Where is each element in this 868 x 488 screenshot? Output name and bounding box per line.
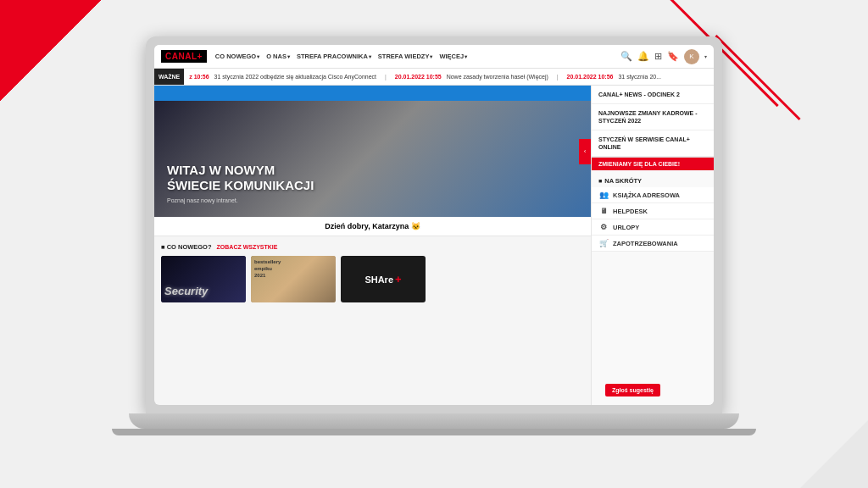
chevron-down-icon: ▾ bbox=[430, 53, 432, 59]
chevron-down-icon: ▾ bbox=[257, 53, 259, 59]
nav-links: CO NOWEGO ▾ O NAS ▾ STREFA PRACOWNIKA ▾ bbox=[215, 53, 612, 60]
share-plus-icon: + bbox=[395, 273, 402, 286]
chevron-down-icon: ▾ bbox=[465, 53, 467, 59]
laptop-container: CANAL+ CO NOWEGO ▾ O NAS ▾ STREFA PRACOW… bbox=[137, 36, 731, 452]
hero-subtitle: Poznaj nasz nowy intranet. bbox=[167, 197, 238, 203]
ticker-label: WAŻNE bbox=[154, 69, 184, 85]
shortcut-ksiazka-adresowa[interactable]: 👥 KSIĄŻKA ADRESOWA bbox=[592, 187, 714, 203]
hero-panel-toggle[interactable]: ‹ bbox=[579, 139, 591, 164]
bookmark-icon[interactable]: 🔖 bbox=[667, 51, 679, 62]
news-section: CO NOWEGO? ZOBACZ WSZYSTKIE Security bbox=[154, 236, 591, 405]
hero-blue-bar bbox=[154, 86, 591, 101]
shortcuts-section: NA SKRÓTY 👥 KSIĄŻKA ADRESOWA 🖥 HELPDESK bbox=[592, 170, 714, 255]
share-text: SHAre bbox=[364, 274, 393, 285]
shortcut-urlopy[interactable]: ⚙ URLOPY bbox=[592, 219, 714, 236]
ticker-separator-1: | bbox=[385, 74, 387, 80]
ticker-text-2: Nowe zasady tworzenia haseł (Więcej) bbox=[447, 74, 548, 80]
gear-icon: ⚙ bbox=[598, 223, 609, 231]
sidebar-news-item-3[interactable]: STYCZEŃ W SERWISIE CANAL+ ONLINE bbox=[592, 130, 714, 157]
security-card-text: Security bbox=[164, 285, 208, 297]
hero-title: WITAJ W NOWYM ŚWIECIE KOMUNIKACJI bbox=[167, 163, 314, 193]
sidebar: CANAL+ NEWS - ODCINEK 2 NAJNOWSZE ZMIANY… bbox=[591, 86, 714, 405]
search-icon[interactable]: 🔍 bbox=[620, 51, 632, 62]
avatar-chevron-icon: ▾ bbox=[704, 53, 707, 59]
news-card-security[interactable]: Security bbox=[161, 256, 246, 302]
news-card-bestsellery[interactable]: bestselleryempiku2021 bbox=[251, 256, 336, 302]
top-navigation: CANAL+ CO NOWEGO ▾ O NAS ▾ STREFA PRACOW… bbox=[154, 45, 714, 69]
chevron-down-icon: ▾ bbox=[369, 53, 371, 59]
hero-banner: WITAJ W NOWYM ŚWIECIE KOMUNIKACJI Poznaj… bbox=[154, 86, 591, 217]
nav-wiecej[interactable]: WIĘCEJ ▾ bbox=[439, 53, 467, 60]
sidebar-news-item-2[interactable]: NAJNOWSZE ZMIANY KADROWE - STYCZEŃ 2022 bbox=[592, 104, 714, 130]
nav-co-nowego[interactable]: CO NOWEGO ▾ bbox=[215, 53, 259, 60]
ticker-content: z 10:56 31 stycznia 2022 odbędzie się ak… bbox=[189, 74, 661, 80]
intranet-page: CANAL+ CO NOWEGO ▾ O NAS ▾ STREFA PRACOW… bbox=[154, 45, 714, 405]
center-content: WITAJ W NOWYM ŚWIECIE KOMUNIKACJI Poznaj… bbox=[154, 86, 591, 405]
suggest-button-container: Zgłoś sugestię bbox=[592, 375, 714, 405]
cart-icon: 🛒 bbox=[598, 239, 609, 247]
laptop-screen-frame: CANAL+ CO NOWEGO ▾ O NAS ▾ STREFA PRACOW… bbox=[146, 36, 722, 413]
laptop-screen: CANAL+ CO NOWEGO ▾ O NAS ▾ STREFA PRACOW… bbox=[154, 45, 714, 405]
ticker-separator-2: | bbox=[557, 74, 559, 80]
bg-decoration-bottom-right bbox=[800, 420, 868, 488]
shortcut-helpdesk[interactable]: 🖥 HELPDESK bbox=[592, 203, 714, 219]
news-card-share[interactable]: SHAre + bbox=[341, 256, 426, 302]
logo: CANAL+ bbox=[161, 50, 207, 63]
ticker-bar: WAŻNE z 10:56 31 stycznia 2022 odbędzie … bbox=[154, 69, 714, 86]
avatar[interactable]: K bbox=[684, 49, 699, 64]
zmieniamy-panel[interactable]: ZMIENIAMY SIĘ DLA CIEBIE! bbox=[592, 158, 714, 170]
news-section-title: CO NOWEGO? bbox=[161, 243, 212, 251]
grid-icon[interactable]: ⊞ bbox=[654, 51, 662, 62]
logo-text: CANAL bbox=[165, 52, 198, 61]
shortcut-zapotrzebowania[interactable]: 🛒 ZAPOTRZEBOWANIA bbox=[592, 236, 714, 252]
laptop-base bbox=[129, 413, 739, 429]
nav-strefa-wiedzy[interactable]: STREFA WIEDZY ▾ bbox=[378, 53, 433, 60]
nav-strefa-pracownika[interactable]: STREFA PRACOWNIKA ▾ bbox=[297, 53, 371, 60]
ticker-time-1: z 10:56 bbox=[189, 74, 209, 80]
people-icon: 👥 bbox=[598, 191, 609, 199]
share-logo-container: SHAre + bbox=[364, 273, 401, 286]
ticker-text-1: 31 stycznia 2022 odbędzie się aktualizac… bbox=[214, 74, 376, 80]
greeting-bar: Dzień dobry, Katarzyna 🐱 bbox=[154, 217, 591, 236]
sidebar-news-item-1[interactable]: CANAL+ NEWS - ODCINEK 2 bbox=[592, 86, 714, 104]
card-bestsellery-text: bestselleryempiku2021 bbox=[254, 259, 332, 279]
news-cards-row: Security bestselleryempiku2021 bbox=[161, 256, 584, 302]
main-area: WITAJ W NOWYM ŚWIECIE KOMUNIKACJI Poznaj… bbox=[154, 86, 714, 405]
nav-o-nas[interactable]: O NAS ▾ bbox=[266, 53, 290, 60]
shortcuts-title: NA SKRÓTY bbox=[592, 174, 714, 187]
chevron-down-icon: ▾ bbox=[287, 53, 290, 59]
monitor-icon: 🖥 bbox=[598, 207, 609, 215]
logo-plus: + bbox=[198, 52, 203, 61]
bg-decoration-top-left bbox=[0, 0, 102, 102]
suggest-button[interactable]: Zgłoś sugestię bbox=[605, 384, 660, 396]
ticker-time-3: 20.01.2022 10:56 bbox=[567, 74, 614, 80]
ticker-text-3: 31 stycznia 20... bbox=[618, 74, 661, 80]
ticker-time-2: 20.01.2022 10:55 bbox=[395, 74, 442, 80]
sidebar-news-list: CANAL+ NEWS - ODCINEK 2 NAJNOWSZE ZMIANY… bbox=[592, 86, 714, 158]
nav-icon-group: 🔍 🔔 ⊞ 🔖 K ▾ bbox=[620, 49, 707, 64]
news-header: CO NOWEGO? ZOBACZ WSZYSTKIE bbox=[161, 243, 584, 251]
greeting-text: Dzień dobry, Katarzyna 🐱 bbox=[325, 222, 420, 230]
bell-icon[interactable]: 🔔 bbox=[637, 51, 649, 62]
news-see-all-link[interactable]: ZOBACZ WSZYSTKIE bbox=[217, 244, 278, 250]
laptop-base-bottom bbox=[112, 429, 756, 435]
